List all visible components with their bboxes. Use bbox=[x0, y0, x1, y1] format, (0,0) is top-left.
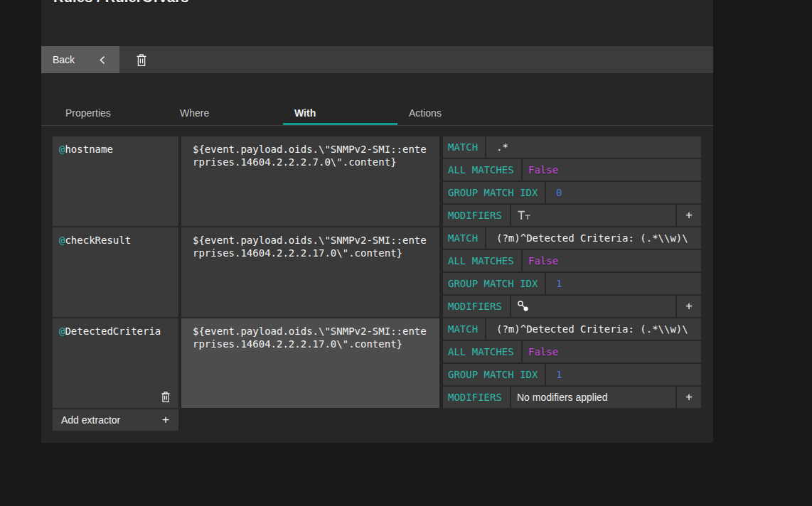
rule-editor-panel: Rules / RulerOfVars Back Propertie bbox=[41, 0, 713, 443]
group-match-idx-value[interactable]: 1 bbox=[546, 364, 701, 385]
letter-case-icon bbox=[517, 210, 531, 221]
all-matches-label: ALL MATCHES bbox=[443, 250, 521, 271]
extractor-settings: MATCH .* ALL MATCHES False GROUP MATCH I… bbox=[443, 136, 701, 226]
all-matches-row: ALL MATCHES False bbox=[443, 250, 701, 271]
extractor-value-cell[interactable]: ${event.payload.oids.\"SNMPv2-SMI::enter… bbox=[181, 227, 439, 317]
add-extractor-button[interactable]: Add extractor + bbox=[53, 409, 178, 431]
match-value[interactable]: .* bbox=[486, 136, 701, 158]
trash-icon bbox=[136, 53, 147, 67]
all-matches-row: ALL MATCHES False bbox=[443, 341, 701, 362]
group-match-idx-label: GROUP MATCH IDX bbox=[443, 364, 545, 385]
group-match-idx-row: GROUP MATCH IDX 1 bbox=[443, 273, 701, 294]
page-title: Rules / RulerOfVars bbox=[53, 0, 189, 6]
extractor-name-cell[interactable]: @DetectedCriteria bbox=[53, 318, 178, 408]
extractor-name: DetectedCriteria bbox=[65, 325, 161, 337]
match-row: MATCH (?m)^Detected Criteria: (.*\\w)\ bbox=[443, 318, 701, 340]
extractor-row-detectedcriteria: @DetectedCriteria ${event.payload.oids.\… bbox=[53, 318, 701, 408]
extractor-value: ${event.payload.oids.\"SNMPv2-SMI::enter… bbox=[193, 234, 429, 259]
tab-properties[interactable]: Properties bbox=[54, 102, 169, 125]
group-match-idx-value[interactable]: 0 bbox=[546, 182, 701, 203]
delete-rule-button[interactable] bbox=[128, 46, 155, 73]
extractor-settings: MATCH (?m)^Detected Criteria: (.*\\w)\ A… bbox=[443, 318, 701, 408]
extractor-row-checkresult: @checkResult ${event.payload.oids.\"SNMP… bbox=[53, 227, 701, 317]
group-match-idx-label: GROUP MATCH IDX bbox=[443, 182, 545, 203]
no-modifiers-text: No modifiers applied bbox=[517, 392, 608, 403]
match-value[interactable]: (?m)^Detected Criteria: (.*\\w)\ bbox=[486, 227, 701, 249]
extractor-value: ${event.payload.oids.\"SNMPv2-SMI::enter… bbox=[193, 325, 429, 350]
group-match-idx-row: GROUP MATCH IDX 0 bbox=[443, 182, 701, 203]
tab-with[interactable]: With bbox=[283, 102, 397, 125]
all-matches-label: ALL MATCHES bbox=[443, 159, 521, 181]
all-matches-value[interactable]: False bbox=[523, 250, 701, 271]
all-matches-row: ALL MATCHES False bbox=[443, 159, 701, 181]
match-label: MATCH bbox=[443, 318, 485, 340]
modifiers-label: MODIFIERS bbox=[443, 387, 510, 408]
extractor-name: hostname bbox=[65, 144, 112, 155]
extractor-name-cell[interactable]: @checkResult bbox=[53, 227, 178, 317]
modifiers-row: MODIFIERS No modifiers applied + bbox=[443, 387, 701, 408]
modifiers-value[interactable] bbox=[511, 296, 675, 317]
add-modifier-button[interactable]: + bbox=[677, 387, 701, 408]
modifiers-value[interactable] bbox=[511, 205, 675, 226]
extractor-value: ${event.payload.oids.\"SNMPv2-SMI::enter… bbox=[193, 143, 429, 168]
back-button[interactable]: Back bbox=[41, 46, 119, 73]
modifiers-label: MODIFIERS bbox=[443, 205, 510, 226]
modifiers-row: MODIFIERS + bbox=[443, 296, 701, 317]
modifiers-label: MODIFIERS bbox=[443, 296, 510, 317]
extractor-value-cell[interactable]: ${event.payload.oids.\"SNMPv2-SMI::enter… bbox=[181, 318, 439, 408]
extractors-grid: @hostname ${event.payload.oids.\"SNMPv2-… bbox=[53, 136, 701, 431]
match-label: MATCH bbox=[443, 227, 485, 249]
trash-icon bbox=[161, 391, 171, 403]
match-row: MATCH .* bbox=[443, 136, 701, 158]
extractor-name: checkResult bbox=[65, 235, 131, 246]
group-match-idx-label: GROUP MATCH IDX bbox=[443, 273, 545, 294]
modifiers-value[interactable]: No modifiers applied bbox=[511, 387, 675, 408]
add-modifier-button[interactable]: + bbox=[677, 205, 701, 226]
tab-where[interactable]: Where bbox=[169, 102, 283, 125]
match-value[interactable]: (?m)^Detected Criteria: (.*\\w)\ bbox=[486, 318, 701, 340]
add-modifier-button[interactable]: + bbox=[677, 296, 701, 317]
all-matches-value[interactable]: False bbox=[523, 341, 701, 362]
extractor-value-cell[interactable]: ${event.payload.oids.\"SNMPv2-SMI::enter… bbox=[181, 136, 439, 226]
group-match-idx-value[interactable]: 1 bbox=[546, 273, 701, 294]
add-extractor-label: Add extractor bbox=[61, 414, 120, 426]
tab-actions[interactable]: Actions bbox=[397, 102, 512, 125]
extractor-name-cell[interactable]: @hostname bbox=[53, 136, 178, 226]
back-button-label: Back bbox=[53, 54, 75, 65]
key-icon bbox=[517, 300, 530, 313]
plus-icon: + bbox=[162, 413, 169, 427]
modifiers-row: MODIFIERS + bbox=[443, 205, 701, 226]
group-match-idx-row: GROUP MATCH IDX 1 bbox=[443, 364, 701, 385]
toolbar: Back bbox=[41, 46, 713, 73]
match-label: MATCH bbox=[443, 136, 485, 158]
chevron-left-icon bbox=[98, 55, 107, 65]
match-row: MATCH (?m)^Detected Criteria: (.*\\w)\ bbox=[443, 227, 701, 249]
delete-extractor-button[interactable] bbox=[159, 389, 173, 404]
all-matches-value[interactable]: False bbox=[523, 159, 701, 181]
extractor-row-hostname: @hostname ${event.payload.oids.\"SNMPv2-… bbox=[53, 136, 701, 226]
all-matches-label: ALL MATCHES bbox=[443, 341, 521, 362]
extractor-settings: MATCH (?m)^Detected Criteria: (.*\\w)\ A… bbox=[443, 227, 701, 317]
tab-bar: Properties Where With Actions bbox=[41, 102, 713, 126]
